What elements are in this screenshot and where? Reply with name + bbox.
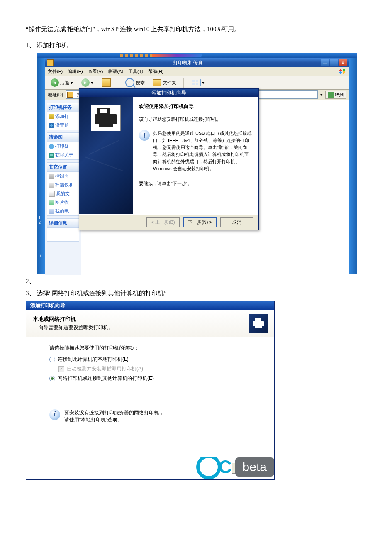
sidepanel-item-add-printer[interactable]: 添加打 xyxy=(47,112,79,121)
sidepanel-item-label: 扫描仪和 xyxy=(55,182,73,188)
screenshot-2: 添加打印机向导 本地或网络打印机 向导需要知道要设置哪类打印机。 请选择能描述您… xyxy=(26,301,275,480)
wizard-desc: 该向导帮助您安装打印机或连接打印机。 xyxy=(139,116,253,123)
sidepanel-item-scanners[interactable]: 扫描仪和 xyxy=(47,181,79,189)
explorer-menubar: 文件(F) 编辑(E) 查看(V) 收藏(A) 工具(T) 帮助(H) xyxy=(45,67,349,76)
sidepanel-item-label: 打印疑 xyxy=(55,143,69,149)
sidepanel-item-my-pictures[interactable]: 图片收 xyxy=(47,198,79,207)
chevron-down-icon: ▾ xyxy=(202,80,205,86)
views-icon xyxy=(191,79,201,86)
beta-badge: beta xyxy=(235,457,274,477)
search-button[interactable]: 搜索 xyxy=(122,77,148,88)
wizard2-head-title: 本地或网络打印机 xyxy=(33,315,249,323)
option-autodetect: ✓ 自动检测并安装即插即用打印机(A) xyxy=(58,365,264,372)
address-label: 地址(D) xyxy=(48,92,63,98)
menu-view[interactable]: 查看(V) xyxy=(88,68,103,75)
sidepanel-item-label: 添加打 xyxy=(55,113,69,120)
up-button[interactable] xyxy=(99,77,114,88)
pictures-icon xyxy=(49,200,54,205)
explorer-titlebar[interactable]: 打印机和传真 — □ × xyxy=(45,58,349,67)
address-dropdown-icon[interactable]: ▾ xyxy=(320,92,323,98)
sidepanel-group-details: 详细信息 xyxy=(47,218,79,242)
desktop-time-frag-1: 12 xyxy=(39,215,41,225)
sidepanel-item-my-computer[interactable]: 我的电 xyxy=(47,207,79,215)
search-icon xyxy=(125,78,134,87)
sidepanel-item-my-documents[interactable]: 我的文 xyxy=(47,189,79,198)
minimize-button[interactable]: — xyxy=(321,59,329,66)
sidepanel-group-tasks: 打印机任务 添加打 设置信 xyxy=(47,103,79,130)
scanner-icon xyxy=(49,183,54,188)
taskbar-apps xyxy=(152,54,202,57)
menu-edit[interactable]: 编辑(E) xyxy=(68,68,83,75)
wizard-body: 欢迎使用添加打印机向导 该向导帮助您安装打印机或连接打印机。 如果您使用的是通过… xyxy=(79,97,258,214)
option-label: 连接到此计算机的本地打印机(L) xyxy=(58,356,129,363)
sidepanel-head[interactable]: 其它位置 xyxy=(47,163,79,172)
wizard-sidebar-graphic xyxy=(79,97,133,214)
printer-icon xyxy=(249,314,268,333)
folders-label: 文件夹 xyxy=(163,80,176,86)
explorer-title: 打印机和传真 xyxy=(56,59,320,66)
sidepanel-item-label: 我的文 xyxy=(56,191,70,197)
wizard2-tip: 要安装没有连接到打印服务器的网络打印机， 请使用“本地打印机”选项。 xyxy=(49,409,264,423)
option-network-printer[interactable]: 网络打印机或连接到其他计算机的打印机(E) xyxy=(49,375,264,382)
desktop-time-frag-2: 6 xyxy=(39,253,41,258)
explorer-toolbar: ◄ 后退 ▾ ► ▾ 搜索 文件夹 xyxy=(45,76,349,90)
views-button[interactable]: ▾ xyxy=(188,78,207,88)
sidepanel-head[interactable]: 请参阅 xyxy=(47,133,79,142)
pcbeta-watermark: C beta xyxy=(196,457,274,479)
intro-text: “操作无法完成 拒绝访问”，winXP 连接 win10 上共享打印机方法，10… xyxy=(26,23,366,35)
chevron-down-icon: ▾ xyxy=(71,80,73,86)
wizard-info-box: 如果您使用的是通过 USB 端口（或其他热插拔端口，如 IEEE 1394、红外… xyxy=(139,130,253,172)
step-2-num: 2、 xyxy=(26,275,35,287)
go-button[interactable]: → 转到 xyxy=(325,91,346,99)
sidepanel-head[interactable]: 打印机任务 xyxy=(47,103,79,112)
option-label: 网络打印机或连接到其他计算机的打印机(E) xyxy=(58,375,154,382)
sidepanel-item-get-help[interactable]: 获得关于 xyxy=(47,151,79,159)
printer-folder-icon xyxy=(67,92,73,98)
option-local-printer[interactable]: 连接到此计算机的本地打印机(L) xyxy=(49,356,264,363)
screenshot-1: 12 6 打印机和传真 — □ × 文件(F) 编辑(E) 查看(V) 收藏(A… xyxy=(37,53,357,274)
step-1: 1、 添加打印机 xyxy=(26,39,366,51)
sidepanel-item-label: 设置信 xyxy=(55,122,69,128)
forward-icon: ► xyxy=(81,78,90,87)
wizard2-prompt: 请选择能描述您要使用的打印机的选项： xyxy=(49,345,264,352)
folders-button[interactable]: 文件夹 xyxy=(150,78,179,87)
forward-button[interactable]: ► ▾ xyxy=(78,77,96,88)
step-3-num: 3、 xyxy=(26,287,35,299)
info-icon xyxy=(49,409,60,420)
go-arrow-icon: → xyxy=(328,92,334,98)
sidepanel-item-troubleshoot[interactable]: 打印疑 xyxy=(47,142,79,151)
menu-help[interactable]: 帮助(H) xyxy=(148,68,163,75)
step-3: 3、 选择“网络打印机或连接到其他计算机的打印机” xyxy=(26,287,366,299)
sidepanel-item-settings[interactable]: 设置信 xyxy=(47,121,79,130)
search-label: 搜索 xyxy=(136,80,145,86)
option-label: 自动检测并安装即插即用打印机(A) xyxy=(67,365,143,372)
desktop-background-strip xyxy=(37,53,357,58)
printer-folder-icon xyxy=(47,59,54,66)
menu-tools[interactable]: 工具(T) xyxy=(128,68,143,75)
menu-favorites[interactable]: 收藏(A) xyxy=(108,68,123,75)
wizard-cancel-button[interactable]: 取消 xyxy=(220,217,253,227)
add-printer-icon xyxy=(49,114,54,119)
wizard-titlebar[interactable]: 添加打印机向导 xyxy=(79,89,258,97)
pcbeta-logo: C xyxy=(196,457,231,479)
logo-ring-icon xyxy=(196,457,221,479)
sidepanel-item-control-panel[interactable]: 控制面 xyxy=(47,172,79,181)
wizard-prev-button: < 上一步(B) xyxy=(146,217,180,227)
wizard-content: 欢迎使用添加打印机向导 该向导帮助您安装打印机或连接打印机。 如果您使用的是通过… xyxy=(133,97,258,214)
wizard-next-button[interactable]: 下一步(N) > xyxy=(183,217,217,227)
wizard2-head-subtitle: 向导需要知道要设置哪类打印机。 xyxy=(33,324,249,331)
sidepanel-head[interactable]: 详细信息 xyxy=(47,219,79,228)
printer-icon xyxy=(91,105,121,131)
wizard2-titlebar[interactable]: 添加打印机向导 xyxy=(26,301,274,310)
radio-unchecked-icon xyxy=(49,357,55,362)
info-icon xyxy=(139,130,150,141)
menu-file[interactable]: 文件(F) xyxy=(48,68,63,75)
tip-line-2: 请使用“本地打印机”选项。 xyxy=(64,416,164,423)
back-button[interactable]: ◄ 后退 ▾ xyxy=(48,77,76,88)
close-button[interactable]: × xyxy=(339,59,347,66)
globe-icon xyxy=(49,153,54,158)
up-folder-icon xyxy=(102,78,111,87)
sidepanel-item-label: 我的电 xyxy=(55,208,69,214)
chevron-down-icon: ▾ xyxy=(91,80,93,86)
maximize-button[interactable]: □ xyxy=(330,59,338,66)
